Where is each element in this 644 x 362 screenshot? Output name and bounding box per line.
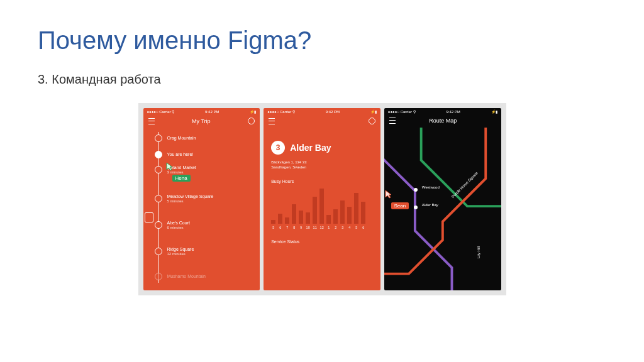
bar (271, 220, 275, 224)
stop-name: Ridge Square (167, 246, 194, 252)
trip-timeline: Crag Mountain You are here! Ipeland Mark… (155, 132, 260, 283)
slide-title: Почему именно Figma? (38, 26, 606, 55)
figma-canvas: ●●●●○ Carrier ⚲ 9:42 PM ⚡▮ My Trip Crag … (138, 103, 506, 295)
tick-label: 6 (278, 226, 282, 229)
battery-icon: ⚡▮ (491, 109, 497, 114)
list-item[interactable]: You are here! (155, 151, 194, 158)
map-label: Lily Hill (477, 246, 480, 258)
stop-name: Meadow Village Square (167, 194, 214, 199)
clock-text: 9:42 PM (205, 110, 219, 114)
tram-icon (145, 212, 153, 222)
list-item[interactable]: Abe's Court6 minutes (155, 220, 190, 229)
list-item[interactable]: Ridge Square12 minutes (155, 246, 194, 256)
address-line: Sandhagen, Sweden (271, 165, 380, 170)
tick-label: 10 (306, 226, 310, 229)
carrier-text: ●●●●○ Carrier ⚲ (388, 109, 416, 114)
artboard-station-detail: ●●●●○ Carrier ⚲ 9:42 PM ⚡▮ 3 Alder Bay B… (264, 108, 380, 290)
screen-header: My Trip (143, 115, 260, 128)
tick-label: 4 (347, 226, 352, 229)
tick-label: 3 (340, 226, 345, 229)
carrier-text: ●●●●○ Carrier ⚲ (267, 109, 295, 114)
station-dot[interactable] (414, 206, 418, 209)
status-bar: ●●●●○ Carrier ⚲ 9:42 PM ⚡▮ (384, 108, 501, 115)
bar (299, 211, 303, 224)
bar (347, 207, 352, 224)
clock-text: 9:42 PM (326, 110, 340, 114)
status-bar: ●●●●○ Carrier ⚲ 9:42 PM ⚡▮ (143, 108, 260, 115)
bar (278, 214, 282, 223)
bar (306, 212, 310, 223)
tick-label: 11 (313, 226, 317, 229)
stop-name: Abe's Court (167, 220, 190, 226)
station-dot[interactable] (414, 188, 418, 192)
tick-label: 2 (333, 226, 338, 229)
bar (285, 217, 289, 224)
gear-icon[interactable] (248, 118, 255, 124)
menu-icon[interactable] (269, 118, 275, 124)
bar (319, 189, 324, 224)
busy-hours-chart (271, 187, 380, 224)
tick-label: 6 (361, 226, 365, 229)
map-label: Westwood (422, 185, 440, 189)
screen-title: My Trip (192, 118, 211, 124)
screen-title: Route Map (429, 118, 457, 124)
carrier-text: ●●●●○ Carrier ⚲ (147, 109, 175, 114)
artboard-timeline: ●●●●○ Carrier ⚲ 9:42 PM ⚡▮ My Trip Crag … (143, 108, 260, 290)
collaborator-cursor-hena: Hena (166, 162, 191, 182)
stop-meta: 6 minutes (167, 226, 190, 229)
tick-label: 9 (299, 226, 303, 229)
section-label: Busy Hours (271, 179, 380, 184)
stop-name: Mushamo Mountain (167, 273, 206, 279)
battery-icon: ⚡▮ (250, 109, 256, 114)
menu-icon[interactable] (148, 118, 155, 124)
list-item[interactable]: Mushamo Mountain (155, 273, 206, 280)
tick-label: 5 (271, 226, 275, 229)
tick-label: 7 (285, 226, 289, 229)
bar (313, 197, 317, 224)
station-heading: 3 Alder Bay (271, 141, 380, 155)
address-line: Bäckvägen 1, 134 33 (271, 160, 380, 165)
stop-meta: 12 minutes (167, 252, 194, 256)
tick-label: 8 (292, 226, 296, 229)
gear-icon[interactable] (369, 118, 375, 124)
menu-icon[interactable] (389, 118, 396, 124)
cursor-label: Hena (172, 175, 191, 182)
tick-label: 1 (326, 226, 331, 229)
stop-name: Crag Mountain (167, 135, 196, 141)
bar (333, 209, 338, 224)
section-label: Service Status (271, 239, 380, 244)
bar (361, 202, 365, 224)
battery-icon: ⚡▮ (370, 109, 377, 114)
collaborator-cursor-sean: Sean (385, 190, 409, 210)
bar (292, 204, 296, 224)
clock-text: 9:42 PM (446, 110, 460, 114)
chart-x-axis: 56789101112123456 (271, 226, 380, 229)
status-bar: ●●●●○ Carrier ⚲ 9:42 PM ⚡▮ (264, 108, 380, 115)
slide-subtitle: 3. Командная работа (38, 72, 606, 87)
tick-label: 12 (319, 226, 324, 229)
station-name: Alder Bay (290, 143, 331, 153)
list-item[interactable]: Crag Mountain (155, 134, 196, 142)
list-item[interactable]: Meadow Village Square5 minutes (155, 194, 214, 203)
stop-name: You are here! (167, 151, 194, 157)
screen-header (264, 115, 380, 128)
line-badge: 3 (271, 141, 285, 155)
cursor-label: Sean (391, 202, 409, 209)
bar (354, 193, 358, 223)
tick-label: 5 (354, 226, 358, 229)
bar (326, 215, 331, 224)
stop-meta: 5 minutes (167, 199, 214, 203)
bar (340, 200, 345, 224)
station-address: Bäckvägen 1, 134 33 Sandhagen, Sweden (271, 160, 380, 170)
screen-header: Route Map (384, 115, 501, 128)
map-label: Alder Bay (422, 203, 438, 207)
